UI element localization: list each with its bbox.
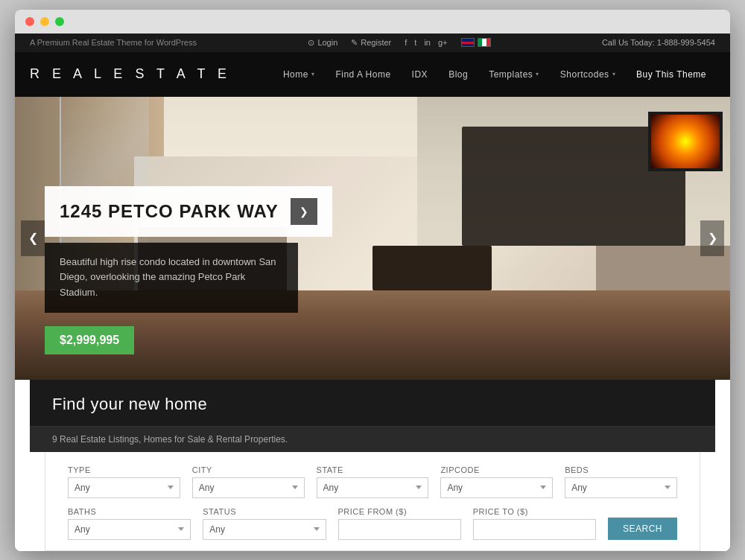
city-select[interactable]: Any San Diego Los Angeles — [192, 477, 305, 498]
price-to-input[interactable] — [473, 519, 596, 540]
nav-shortcodes[interactable]: Shortcodes ▾ — [551, 63, 624, 86]
baths-field: Baths Any 1 2 3+ — [68, 507, 191, 540]
flag-uk[interactable] — [461, 38, 475, 47]
search-header: Find your new home — [30, 380, 715, 426]
slider-content: 1245 PETCO PARK WAY ❯ Beautiful high ris… — [15, 97, 730, 380]
user-icon: ⊙ — [308, 38, 314, 48]
slide-description: Beautiful high rise condo located in dow… — [45, 243, 298, 313]
price-from-field: Price From ($) — [338, 507, 461, 540]
flag-icons — [461, 38, 491, 47]
search-title: Find your new home — [52, 395, 693, 414]
status-label: Status — [203, 507, 326, 516]
chevron-down-icon: ▾ — [311, 71, 315, 77]
phone-number: Call Us Today: 1-888-999-5454 — [602, 38, 715, 47]
tagline: A Premium Real Estate Theme for WordPres… — [30, 38, 197, 47]
slide-arrow-button[interactable]: ❯ — [291, 198, 317, 225]
site-logo[interactable]: R E A L E S T A T E — [30, 66, 231, 82]
top-bar-center: ⊙ Login ✎ Register f t in g+ — [308, 38, 490, 48]
beds-label: Beds — [565, 465, 677, 474]
zipcode-field: Zipcode Any — [440, 465, 553, 498]
edit-icon: ✎ — [351, 38, 358, 48]
type-select[interactable]: Any House Condo Apartment — [68, 477, 180, 498]
price-to-label: Price To ($) — [473, 507, 596, 516]
register-link[interactable]: ✎ Register — [351, 38, 391, 48]
nav-idx[interactable]: IDX — [403, 63, 437, 86]
status-field: Status Any For Sale For Rent — [203, 507, 326, 540]
zipcode-select[interactable]: Any — [440, 477, 553, 498]
zipcode-label: Zipcode — [440, 465, 553, 474]
type-field: Type Any House Condo Apartment — [68, 465, 180, 498]
type-label: Type — [68, 465, 180, 474]
facebook-icon[interactable]: f — [405, 38, 407, 47]
slide-price: $2,999,995 — [45, 326, 134, 354]
beds-select[interactable]: Any 1 2 3+ — [565, 477, 677, 498]
googleplus-icon[interactable]: g+ — [438, 38, 448, 47]
maximize-dot[interactable] — [55, 17, 64, 26]
search-section: Find your new home 9 Real Estate Listing… — [15, 380, 730, 551]
city-label: City — [192, 465, 305, 474]
state-select[interactable]: Any California Nevada — [317, 477, 429, 498]
social-icons: f t in g+ — [405, 38, 447, 47]
beds-field: Beds Any 1 2 3+ — [565, 465, 677, 498]
minimize-dot[interactable] — [40, 17, 49, 26]
twitter-icon[interactable]: t — [414, 38, 416, 47]
price-to-field: Price To ($) — [473, 507, 596, 540]
slider-next-button[interactable]: ❯ — [700, 220, 724, 256]
search-button[interactable]: Search — [608, 518, 677, 540]
top-bar: A Premium Real Estate Theme for WordPres… — [15, 34, 730, 52]
search-form: Type Any House Condo Apartment City — [45, 452, 700, 551]
slide-title: 1245 PETCO PARK WAY — [60, 201, 279, 222]
chevron-down-icon: ▾ — [536, 71, 539, 77]
search-row-2: Baths Any 1 2 3+ Status Any — [68, 507, 677, 540]
linkedin-icon[interactable]: in — [424, 38, 431, 47]
price-from-label: Price From ($) — [338, 507, 461, 516]
state-label: State — [317, 465, 429, 474]
baths-select[interactable]: Any 1 2 3+ — [68, 519, 191, 540]
price-from-input[interactable] — [338, 519, 461, 540]
close-dot[interactable] — [25, 17, 34, 26]
baths-label: Baths — [68, 507, 191, 516]
chevron-down-icon: ▾ — [612, 71, 616, 77]
slider-prev-button[interactable]: ❮ — [21, 220, 45, 256]
nav-find-home[interactable]: Find A Home — [326, 63, 399, 86]
state-field: State Any California Nevada — [317, 465, 429, 498]
nav-templates[interactable]: Templates ▾ — [480, 63, 548, 86]
nav-home[interactable]: Home ▾ — [274, 63, 324, 86]
browser-window: A Premium Real Estate Theme for WordPres… — [15, 10, 730, 551]
login-link[interactable]: ⊙ Login — [308, 38, 337, 48]
search-subtitle: 9 Real Estate Listings, Homes for Sale &… — [30, 426, 715, 452]
nav-buy-button[interactable]: Buy This Theme — [627, 63, 715, 86]
status-select[interactable]: Any For Sale For Rent — [203, 519, 326, 540]
search-row-1: Type Any House Condo Apartment City — [68, 465, 677, 498]
nav-menu: Home ▾ Find A Home IDX Blog Templates ▾ — [274, 63, 715, 86]
main-nav: R E A L E S T A T E Home ▾ Find A Home I… — [15, 52, 730, 97]
nav-blog[interactable]: Blog — [440, 63, 477, 86]
site-wrapper: A Premium Real Estate Theme for WordPres… — [15, 34, 730, 551]
browser-chrome — [15, 10, 730, 34]
slide-title-box: 1245 PETCO PARK WAY ❯ — [45, 186, 332, 237]
flag-italy[interactable] — [478, 38, 491, 47]
hero-slider: 1245 PETCO PARK WAY ❯ Beautiful high ris… — [15, 97, 730, 380]
city-field: City Any San Diego Los Angeles — [192, 465, 305, 498]
